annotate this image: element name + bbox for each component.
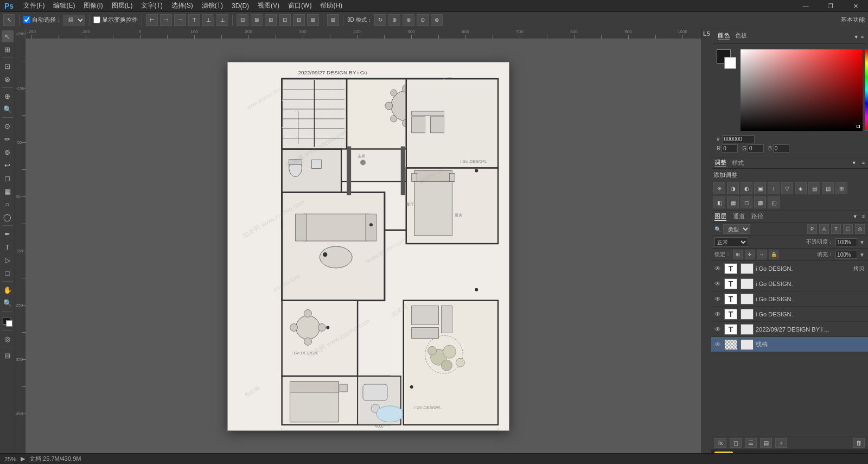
adj-invert[interactable]: ◧ bbox=[713, 196, 725, 208]
delete-layer-btn[interactable]: 🗑 bbox=[853, 438, 865, 448]
layer-vis-2[interactable]: 👁 bbox=[713, 279, 722, 288]
hand-tool[interactable]: ✋ bbox=[2, 284, 14, 296]
adj-threshold[interactable]: ◻ bbox=[741, 196, 752, 208]
distribute-left[interactable]: ⊟ bbox=[237, 14, 248, 26]
gradient-area[interactable] bbox=[741, 49, 863, 131]
eraser-tool[interactable]: ◻ bbox=[2, 172, 14, 184]
layer-item-3[interactable]: 👁 T i Go DESIGN. bbox=[711, 291, 868, 307]
menu-image[interactable]: 图像(I) bbox=[79, 1, 107, 10]
distribute-top[interactable]: ⊡ bbox=[279, 14, 291, 26]
filter-shape[interactable]: □ bbox=[843, 224, 853, 234]
adj-panel-menu[interactable]: ≡ bbox=[862, 160, 865, 166]
type-tool[interactable]: T bbox=[2, 241, 14, 253]
opacity-arrow[interactable]: ▼ bbox=[859, 239, 865, 245]
resize-btn[interactable]: ⊠ bbox=[327, 14, 339, 26]
lock-position-btn[interactable]: ✛ bbox=[745, 250, 755, 259]
dodge-tool[interactable]: ◯ bbox=[2, 211, 14, 223]
artboard-tool[interactable]: ⊞ bbox=[2, 43, 14, 55]
layer-vis-6[interactable]: 👁 bbox=[713, 340, 722, 349]
menu-window[interactable]: 窗口(W) bbox=[284, 1, 316, 10]
adj-exposure[interactable]: ▣ bbox=[754, 182, 766, 194]
adj-curves[interactable]: ◐ bbox=[741, 182, 752, 194]
show-transform-checkbox[interactable] bbox=[93, 16, 100, 23]
tab-paths[interactable]: 路径 bbox=[751, 212, 763, 221]
marquee-tool[interactable]: ⊡ bbox=[2, 60, 14, 72]
blur-tool[interactable]: ○ bbox=[2, 198, 14, 210]
g-input[interactable] bbox=[748, 144, 764, 152]
menu-edit[interactable]: 编辑(E) bbox=[49, 1, 79, 10]
layer-vis-1[interactable]: 👁 bbox=[713, 264, 722, 273]
distribute-bottom[interactable]: ⊠ bbox=[307, 14, 319, 26]
path-select-tool[interactable]: ▷ bbox=[2, 254, 14, 266]
canvas-area[interactable]: -200-10001002003004005006007008009001000… bbox=[15, 28, 711, 453]
heal-tool[interactable]: ⊙ bbox=[2, 120, 14, 132]
layer-item-4[interactable]: 👁 T i Go DESIGN. bbox=[711, 307, 868, 322]
filter-pixel[interactable]: P bbox=[807, 224, 817, 234]
adj-brightness[interactable]: ☀ bbox=[713, 182, 725, 194]
canvas-content[interactable]: www.znzmo.com 知未网 www.znzmo.com 知未网 www.… bbox=[26, 39, 711, 453]
layers-list[interactable]: 👁 T i Go DESIGN. 拷贝 👁 T i Go DESIGN. 👁 T… bbox=[711, 261, 868, 436]
crop-tool[interactable]: ⊕ bbox=[2, 90, 14, 102]
zoom-tool[interactable]: 🔍 bbox=[2, 297, 14, 309]
layers-panel-collapse[interactable]: ▼ bbox=[853, 214, 858, 219]
color-panel-menu[interactable]: ≡ bbox=[861, 34, 864, 40]
move-tool[interactable]: ↖ bbox=[2, 30, 14, 42]
color-panel-collapse[interactable]: ▼ bbox=[854, 34, 859, 40]
auto-select-checkbox[interactable] bbox=[23, 16, 30, 23]
adj-vibrance[interactable]: ↕ bbox=[768, 182, 780, 194]
add-style-btn[interactable]: fx bbox=[714, 438, 726, 448]
filter-smartobj[interactable]: ◎ bbox=[855, 224, 865, 234]
stamp-tool[interactable]: ⊚ bbox=[2, 146, 14, 158]
adj-photo-filter[interactable]: ▨ bbox=[822, 182, 834, 194]
tab-layers[interactable]: 图层 bbox=[714, 212, 726, 221]
layer-vis-4[interactable]: 👁 bbox=[713, 310, 722, 319]
tab-adjustments[interactable]: 调整 bbox=[714, 158, 726, 167]
eyedropper-tool[interactable]: 🔍 bbox=[2, 103, 14, 115]
adj-hsl[interactable]: ▽ bbox=[781, 182, 793, 194]
align-bottom[interactable]: ⊥ bbox=[216, 14, 228, 26]
gradient-tool[interactable]: ▦ bbox=[2, 185, 14, 197]
adj-channel-mixer[interactable]: ⊞ bbox=[835, 182, 847, 194]
lasso-tool[interactable]: ⊗ bbox=[2, 73, 14, 85]
pen-tool[interactable]: ✒ bbox=[2, 228, 14, 240]
adj-panel-collapse[interactable]: ▼ bbox=[852, 160, 857, 166]
add-layer-btn[interactable]: + bbox=[775, 438, 787, 448]
lock-all-btn[interactable]: 🔒 bbox=[769, 250, 778, 259]
tool-move[interactable]: ↖ bbox=[3, 14, 15, 26]
menu-type[interactable]: 文字(T) bbox=[137, 1, 167, 10]
color-gradient-box[interactable] bbox=[741, 49, 863, 131]
layer-vis-3[interactable]: 👁 bbox=[713, 295, 722, 303]
layers-panel-menu[interactable]: ≡ bbox=[862, 214, 865, 219]
menu-3d[interactable]: 3D(D) bbox=[227, 2, 253, 10]
layer-type-filter[interactable]: 类型 名称 效果 bbox=[723, 224, 750, 234]
align-center-h[interactable]: ⊣ bbox=[160, 14, 172, 26]
background-swatch[interactable] bbox=[724, 57, 736, 69]
adj-levels[interactable]: ◑ bbox=[727, 182, 739, 194]
layer-item-6[interactable]: 👁 线稿 bbox=[711, 337, 868, 352]
3d-btn3[interactable]: ⊗ bbox=[403, 14, 414, 26]
3d-btn1[interactable]: ↻ bbox=[374, 14, 386, 26]
shape-tool[interactable]: □ bbox=[2, 267, 14, 279]
hex-input[interactable] bbox=[722, 135, 755, 143]
auto-select-type[interactable]: 组 bbox=[63, 15, 85, 26]
floor-plan-document[interactable]: www.znzmo.com 知未网 www.znzmo.com 知未网 www.… bbox=[227, 62, 509, 431]
tab-swatches[interactable]: 色板 bbox=[735, 31, 747, 40]
history-brush[interactable]: ↩ bbox=[2, 159, 14, 171]
fill-arrow[interactable]: ▼ bbox=[859, 252, 865, 258]
align-top[interactable]: ⊤ bbox=[188, 14, 200, 26]
filter-adjustment[interactable]: A bbox=[819, 224, 829, 234]
layer-vis-5[interactable]: 👁 bbox=[713, 325, 722, 334]
menu-view[interactable]: 视图(V) bbox=[253, 1, 284, 10]
tab-color[interactable]: 颜色 bbox=[718, 31, 730, 40]
brush-tool[interactable]: ✏ bbox=[2, 133, 14, 145]
distribute-center-v[interactable]: ⊟ bbox=[293, 14, 305, 26]
hue-strip[interactable] bbox=[865, 49, 868, 131]
menu-filter[interactable]: 滤镜(T) bbox=[197, 1, 227, 10]
tab-channels[interactable]: 通道 bbox=[733, 212, 745, 221]
adj-gradient-map[interactable]: ▩ bbox=[754, 196, 766, 208]
align-center-v[interactable]: ⊥ bbox=[202, 14, 214, 26]
opacity-input[interactable] bbox=[835, 238, 857, 246]
layer-item-2[interactable]: 👁 T i Go DESIGN. bbox=[711, 276, 868, 291]
add-adjustment-btn[interactable]: ☰ bbox=[745, 438, 757, 448]
fg-bg-swatches[interactable] bbox=[717, 49, 736, 69]
